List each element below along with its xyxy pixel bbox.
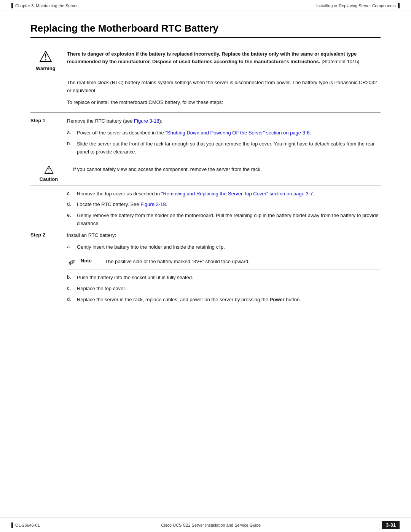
step-2b: b. Push the battery into the socket unti… (67, 274, 381, 282)
header-left: Chapter 3 Maintaining the Server (11, 3, 78, 8)
step-2c: c. Replace the top cover. (67, 285, 381, 293)
note-pencil-icon: ✏ (67, 257, 78, 269)
step-1c-label: c. (67, 190, 77, 196)
header-right: Installing or Replacing Server Component… (316, 3, 400, 8)
warning-icon-area: ⚠ Warning (30, 49, 61, 71)
note-label: Note (81, 257, 101, 264)
warning-triangle-icon: ⚠ (39, 49, 53, 64)
step-1b-content: Slide the server out the front of the ra… (77, 140, 381, 156)
note-text: The positive side of the battery marked … (105, 257, 250, 266)
power-bold: Power (270, 297, 285, 302)
step-1b: b. Slide the server out the front of the… (67, 140, 381, 156)
step-2d: d. Replace the server in the rack, repla… (67, 296, 381, 304)
chapter-title: Maintaining the Server (36, 3, 78, 8)
step-1a: a. Power off the server as described in … (67, 129, 381, 137)
step-2b-content: Push the battery into the socket until i… (77, 274, 381, 282)
warning-text: There is danger of explosion if the batt… (67, 49, 381, 65)
figure-3-18-link-2[interactable]: Figure 3-18 (140, 201, 166, 207)
shutting-down-link[interactable]: "Shutting Down and Powering Off the Serv… (165, 130, 309, 136)
step-1c-content: Remove the top cover as described in "Re… (77, 190, 381, 198)
step-1a-content: Power off the server as described in the… (77, 129, 381, 137)
caution-icon-area: ⚠ Caution (30, 164, 67, 182)
step-1b-label: b. (67, 140, 77, 146)
body-para-1: The real-time clock (RTC) battery retain… (67, 79, 381, 95)
header-right-title: Installing or Replacing Server Component… (316, 3, 396, 8)
step-2a: a. Gently insert the battery into the ho… (67, 243, 381, 251)
footer-page: 3-31 (382, 521, 400, 529)
caution-text: If you cannot safely view and access the… (73, 164, 262, 174)
steps-separator (30, 112, 381, 113)
caution-label: Caution (40, 176, 58, 182)
note-pencil-area: ✏ (67, 257, 77, 267)
step-1a-label: a. (67, 129, 77, 135)
step-1d-content: Locate the RTC battery. See Figure 3-18. (77, 201, 381, 209)
body-para-2: To replace or install the motherboard CM… (67, 99, 381, 107)
header-bar-left (11, 3, 13, 8)
footer-bar (11, 522, 13, 528)
step-2d-content: Replace the server in the rack, replace … (77, 296, 381, 304)
step-2-content: Install an RTC battery: (67, 232, 381, 240)
page-title: Replacing the Motherboard RTC Battery (30, 22, 381, 38)
content-area: Replacing the Motherboard RTC Battery ⚠ … (0, 11, 411, 330)
step-1d: d. Locate the RTC battery. See Figure 3-… (67, 201, 381, 209)
warning-label: Warning (36, 66, 56, 71)
step-2a-label: a. (67, 243, 77, 249)
step-2b-label: b. (67, 274, 77, 280)
footer-center: Cisco UCS C22 Server Installation and Se… (161, 523, 261, 527)
step-2d-label: d. (67, 296, 77, 302)
footer-left: OL-26646-01 (11, 522, 40, 528)
warning-text-normal: [Statement 1015] (320, 59, 360, 64)
warning-text-bold: There is danger of explosion if the batt… (67, 51, 357, 64)
removing-replacing-link[interactable]: "Removing and Replacing the Server Top C… (161, 191, 313, 197)
note-block: ✏ Note The positive side of the battery … (67, 255, 381, 270)
step-1d-label: d. (67, 201, 77, 207)
caution-triangle-icon: ⚠ (44, 164, 54, 176)
footer-doc-number: OL-26646-01 (15, 523, 40, 527)
note-row: ✏ Note The positive side of the battery … (67, 257, 381, 267)
header-bar-right (398, 3, 400, 8)
step-2-row: Step 2 Install an RTC battery: (30, 232, 381, 240)
step-1-label: Step 1 (30, 117, 67, 123)
page-header: Chapter 3 Maintaining the Server Install… (0, 0, 411, 11)
footer-right: 3-31 (382, 521, 400, 529)
figure-3-18-link-1[interactable]: Figure 3-18 (134, 118, 159, 124)
step-2a-content: Gently insert the battery into the holde… (77, 243, 381, 251)
step-2c-label: c. (67, 285, 77, 291)
step-1e: e. Gently remove the battery from the ho… (67, 212, 381, 228)
step-1-row: Step 1 Remove the RTC battery (see Figur… (30, 117, 381, 125)
caution-block: ⚠ Caution If you cannot safely view and … (30, 161, 381, 185)
step-1c: c. Remove the top cover as described in … (67, 190, 381, 198)
page-footer: OL-26646-01 Cisco UCS C22 Server Install… (0, 518, 411, 532)
step-1-content: Remove the RTC battery (see Figure 3-18)… (67, 117, 381, 125)
warning-block: ⚠ Warning There is danger of explosion i… (30, 49, 381, 71)
chapter-label: Chapter 3 (15, 3, 33, 8)
step-2-label: Step 2 (30, 232, 67, 238)
step-2c-content: Replace the top cover. (77, 285, 381, 293)
step-1e-label: e. (67, 212, 77, 218)
step-1e-content: Gently remove the battery from the holde… (77, 212, 381, 228)
